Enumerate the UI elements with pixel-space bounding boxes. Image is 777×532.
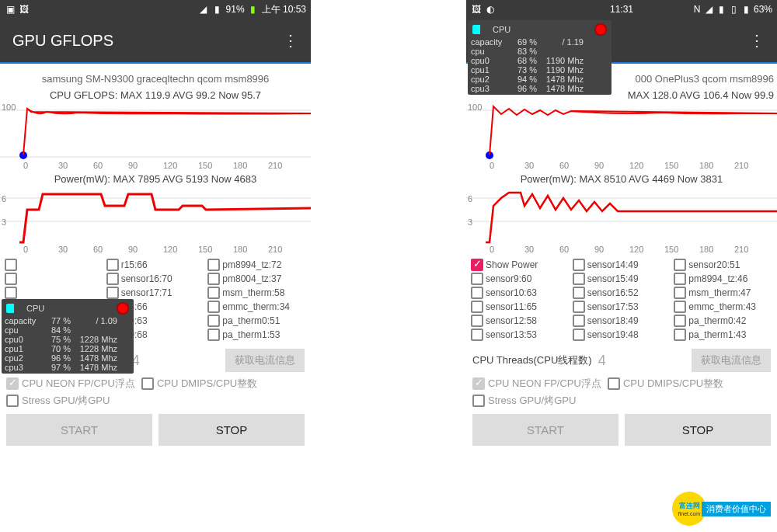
checkbox[interactable] <box>674 301 686 313</box>
checkbox[interactable] <box>106 259 119 271</box>
checkbox[interactable] <box>674 273 686 285</box>
x-axis-1: 0306090120150180210 <box>466 161 777 172</box>
sensor-checkbox-item[interactable]: sensor20:51 <box>674 259 772 271</box>
sensor-checkbox-item[interactable]: sensor16:70 <box>106 273 205 285</box>
cpu-overlay[interactable]: CPU capacity69 %/ 1.19cpu83 %cpu068 %119… <box>468 20 611 95</box>
battery-icon: ▮ <box>248 4 259 15</box>
cpu-row: cpu294 %1478 Mhz <box>471 75 608 84</box>
cpu-row: cpu397 %1478 Mhz <box>5 363 131 372</box>
threads-label: CPU Threads(CPU线程数) <box>472 353 592 367</box>
sensor-checkbox-item[interactable]: pm8004_tz:37 <box>207 273 306 285</box>
checkbox[interactable] <box>5 287 17 299</box>
record-icon[interactable] <box>117 302 129 315</box>
sensor-checkbox-item[interactable] <box>5 259 103 271</box>
sensor-checkbox-item[interactable]: sensor12:58 <box>471 315 570 327</box>
app-title: GPU GFLOPS <box>12 32 113 50</box>
checkbox[interactable] <box>471 301 483 313</box>
checkbox[interactable] <box>674 287 686 299</box>
checkbox[interactable] <box>207 273 220 285</box>
status-time: 上午 10:53 <box>262 3 306 16</box>
checkbox[interactable] <box>5 273 17 285</box>
checkbox[interactable] <box>207 329 220 341</box>
checkbox[interactable] <box>573 301 585 313</box>
start-button[interactable]: START <box>472 414 618 446</box>
checkbox[interactable] <box>471 329 483 341</box>
checkbox[interactable] <box>5 259 17 271</box>
checkbox[interactable] <box>573 287 585 299</box>
sensor-checkbox-item[interactable]: Show Power <box>471 259 570 271</box>
menu-icon[interactable]: ⋮ <box>283 31 298 50</box>
checkbox[interactable] <box>573 329 585 341</box>
chart2: 6 3 <box>466 186 777 245</box>
sensor-checkbox-item[interactable]: sensor13:53 <box>471 329 570 341</box>
cpu-row: cpu84 % <box>5 325 131 335</box>
sensor-checkbox-item[interactable]: pm8994_tz:46 <box>674 273 772 285</box>
current-info-button[interactable]: 获取电流信息 <box>225 349 305 372</box>
checkbox[interactable] <box>207 301 220 313</box>
checkbox[interactable] <box>106 287 119 299</box>
checkbox[interactable] <box>471 315 483 327</box>
menu-icon[interactable]: ⋮ <box>749 31 765 50</box>
sensor-checkbox-item[interactable]: r15:66 <box>106 259 205 271</box>
checkbox[interactable] <box>471 273 483 285</box>
left-phone: ▣ 🖼 ◢ ▮ 91% ▮ 上午 10:53 GPU GFLOPS ⋮ sams… <box>0 0 311 532</box>
checkbox[interactable] <box>106 273 119 285</box>
stop-button[interactable]: STOP <box>625 414 771 446</box>
stop-button[interactable]: STOP <box>159 414 305 446</box>
checkbox[interactable] <box>207 315 220 327</box>
sensor-checkbox-item[interactable]: sensor10:63 <box>471 287 570 299</box>
checkbox[interactable] <box>674 259 686 271</box>
notification-icon: ▣ <box>5 4 16 15</box>
checkbox[interactable] <box>207 287 220 299</box>
sensor-checkbox-item[interactable]: pa_therm1:43 <box>674 329 772 341</box>
dmips-checkbox[interactable] <box>141 377 154 390</box>
cpu-row: capacity69 %/ 1.19 <box>471 37 608 47</box>
sensor-checkbox-item[interactable]: sensor15:49 <box>573 273 671 285</box>
checkbox[interactable] <box>471 259 483 271</box>
chart1: 100 <box>0 103 311 161</box>
record-icon[interactable] <box>594 23 607 36</box>
sensor-checkbox-item[interactable]: sensor17:71 <box>106 287 205 299</box>
neon-checkbox[interactable] <box>6 377 19 390</box>
sensor-checkbox-item[interactable]: sensor19:48 <box>573 329 671 341</box>
sensor-checkbox-item[interactable]: sensor14:49 <box>573 259 671 271</box>
sensor-checkbox-item[interactable]: msm_therm:47 <box>674 287 772 299</box>
dmips-checkbox[interactable] <box>608 377 620 390</box>
sensor-checkbox-item[interactable]: pa_therm0:42 <box>674 315 772 327</box>
checkbox[interactable] <box>573 259 585 271</box>
checkbox[interactable] <box>207 259 220 271</box>
sensor-checkbox-item[interactable]: sensor16:52 <box>573 287 671 299</box>
current-info-button[interactable]: 获取电流信息 <box>692 349 771 372</box>
checkbox[interactable] <box>471 287 483 299</box>
start-button[interactable]: START <box>6 414 152 446</box>
sensor-checkbox-item[interactable]: pa_therm0:51 <box>207 315 306 327</box>
status-time: 11:31 <box>610 4 633 15</box>
checkbox[interactable] <box>573 315 585 327</box>
button-row: START STOP <box>466 409 777 450</box>
image-icon: 🖼 <box>471 4 482 15</box>
neon-checkbox[interactable] <box>472 377 485 390</box>
sensor-checkbox-item[interactable] <box>5 287 103 299</box>
sensor-checkbox-item[interactable]: sensor17:53 <box>573 301 671 313</box>
sensor-checkbox-item[interactable] <box>5 273 103 285</box>
checkbox[interactable] <box>674 315 686 327</box>
battery-percent: 91% <box>226 4 245 15</box>
cpu-overlay[interactable]: CPU capacity77 %/ 1.09cpu84 %cpu075 %122… <box>2 299 134 374</box>
sensor-checkbox-item[interactable]: emmc_therm:43 <box>674 301 772 313</box>
sensor-checkbox-item[interactable]: msm_therm:58 <box>207 287 306 299</box>
options-row: CPU NEON FP/CPU浮点 CPU DMIPS/CPU整数 <box>466 375 777 392</box>
sensor-checkbox-item[interactable]: sensor11:65 <box>471 301 570 313</box>
sensor-checkbox-item[interactable]: sensor18:49 <box>573 315 671 327</box>
stress-checkbox[interactable] <box>472 395 485 407</box>
device-info: samsung SM-N9300 graceqltechn qcom msm89… <box>0 70 311 88</box>
sensor-checkbox-item[interactable]: sensor9:60 <box>471 273 570 285</box>
threads-value[interactable]: 4 <box>598 353 606 369</box>
signal-icon: ▮ <box>212 4 223 15</box>
battery-icon: ▮ <box>741 4 752 15</box>
stress-checkbox[interactable] <box>6 395 19 407</box>
checkbox[interactable] <box>573 273 585 285</box>
sensor-checkbox-item[interactable]: pa_therm1:53 <box>207 329 306 341</box>
sensor-checkbox-item[interactable]: emmc_therm:34 <box>207 301 306 313</box>
sensor-checkbox-item[interactable]: pm8994_tz:72 <box>207 259 306 271</box>
checkbox[interactable] <box>674 329 686 341</box>
